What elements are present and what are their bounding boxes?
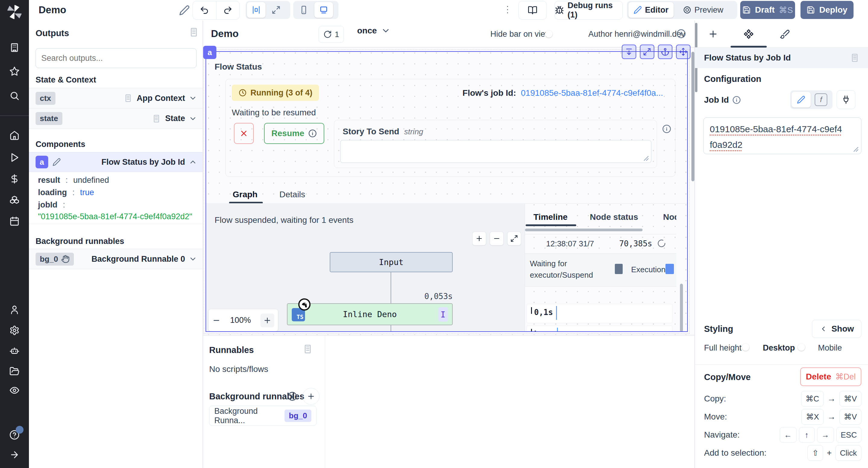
workspace-building-icon[interactable] (9, 42, 20, 53)
kbd-key: ↑ (799, 427, 815, 443)
top-header: Demo Debug runs (1) Editor (29, 0, 868, 21)
audit-eye-icon[interactable] (9, 385, 20, 395)
styling-title: Styling (704, 324, 733, 334)
chevron-down-icon[interactable] (189, 255, 197, 263)
debug-runs-button[interactable]: Debug runs (1) (555, 1, 623, 20)
rename-pencil-icon[interactable] (179, 5, 190, 16)
windmill-app-editor: Demo Debug runs (1) Editor (0, 0, 868, 468)
cancel-button[interactable] (234, 123, 254, 144)
component-tag-a[interactable]: a (203, 46, 216, 59)
workers-robot-icon[interactable] (9, 346, 20, 356)
state-doc-icon[interactable] (152, 114, 161, 123)
edit-pencil-icon[interactable] (53, 158, 61, 166)
chevron-up-icon[interactable] (189, 158, 197, 166)
running-status-badge: Running (3 of 4) (232, 85, 319, 101)
info-icon[interactable] (662, 124, 671, 133)
info-icon[interactable] (733, 96, 741, 104)
flow-status-component[interactable]: Flow Status Running (3 of 4) Flow's job … (206, 51, 688, 332)
graph-node-inline-deno[interactable]: Inline Deno TS I (287, 303, 453, 325)
redo-button[interactable] (216, 5, 240, 15)
schedules-calendar-icon[interactable] (9, 216, 20, 227)
chevron-down-icon[interactable] (189, 114, 197, 123)
component-inner-scrollbar[interactable] (680, 284, 683, 332)
variables-dollar-icon[interactable] (9, 174, 20, 184)
component-settings-icon[interactable] (740, 27, 758, 41)
undo-button[interactable] (193, 1, 216, 19)
chevron-down-icon[interactable] (189, 94, 197, 102)
tab-timeline[interactable]: Timeline (533, 212, 567, 222)
docs-book-button[interactable] (518, 1, 547, 20)
outputs-sidebar: Outputs State & Context ctx App Context … (29, 21, 203, 468)
tab-details[interactable]: Details (279, 190, 305, 199)
panel-doc-icon[interactable] (850, 53, 860, 63)
search-outputs-input[interactable] (36, 48, 196, 68)
delete-button[interactable]: Delete ⌘Del (800, 367, 861, 386)
save-icon (742, 6, 751, 14)
tab-node-status[interactable]: Node status (590, 212, 638, 222)
users-person-icon[interactable] (9, 305, 20, 315)
job-id-label: Flow's job Id: (463, 88, 516, 98)
resources-boxes-icon[interactable] (9, 195, 20, 205)
graph-zoom-in-button[interactable] (472, 232, 486, 245)
tab-node-def[interactable]: Node (663, 212, 676, 222)
outputs-doc-icon[interactable] (189, 27, 199, 37)
folders-icon[interactable] (9, 366, 20, 376)
styling-show-button[interactable]: Show (812, 320, 861, 338)
ctx-badge: ctx (36, 92, 56, 105)
styling-brush-icon[interactable] (776, 27, 794, 41)
home-icon[interactable] (9, 130, 20, 140)
connect-plug-button[interactable] (837, 90, 855, 109)
zoom-in-icon[interactable] (260, 313, 274, 327)
resize-handle-icon[interactable] (853, 147, 859, 152)
bg-runnable-item[interactable]: Background Runna... bg_0 (209, 406, 316, 426)
more-options-kebab-icon[interactable] (502, 4, 513, 15)
zoom-out-icon[interactable] (212, 316, 221, 325)
resume-button[interactable]: Resume (264, 123, 324, 144)
deploy-button[interactable]: Deploy (801, 1, 854, 19)
bg-runnable-row[interactable]: bg_0 Background Runnable 0 (29, 249, 203, 269)
runnables-doc-icon[interactable] (303, 344, 313, 354)
settings-gear-icon[interactable] (9, 325, 20, 335)
info-icon[interactable] (287, 392, 297, 401)
story-textarea[interactable] (340, 140, 651, 163)
fullwidth-layout-button[interactable] (267, 5, 285, 14)
preview-eye-icon (683, 6, 691, 14)
desktop-view-button[interactable] (314, 2, 333, 18)
state-row[interactable]: state State (29, 108, 203, 129)
draft-button[interactable]: Draft ⌘S (740, 1, 795, 19)
graph-fit-button[interactable] (507, 232, 521, 245)
bg-runnable-item-label: Background Runna... (214, 407, 280, 425)
graph-zoom-out-button[interactable] (490, 232, 504, 245)
ctx-row[interactable]: ctx App Context (29, 88, 203, 108)
insert-component-plus-icon[interactable] (704, 27, 722, 41)
prop-sep: : (66, 175, 68, 185)
ctx-doc-icon[interactable] (124, 94, 133, 103)
timeline-tabs-scrollbar[interactable] (525, 229, 643, 231)
fx-expression-button[interactable]: f (812, 93, 830, 106)
schedule-dropdown[interactable]: once (357, 26, 391, 36)
windmill-logo-icon[interactable] (6, 4, 23, 21)
tab-graph[interactable]: Graph (233, 190, 257, 199)
graph-node-input[interactable]: Input (330, 252, 453, 272)
runs-play-icon[interactable] (9, 153, 20, 163)
draft-label: Draft (755, 5, 775, 15)
search-icon[interactable] (9, 91, 20, 101)
favorites-star-icon[interactable] (9, 66, 20, 76)
resize-handle-icon[interactable] (644, 156, 649, 161)
collapse-arrow-right-icon[interactable] (9, 449, 20, 460)
tab-editor[interactable]: Editor (628, 2, 674, 18)
tab-preview[interactable]: Preview (675, 5, 731, 15)
shortcut-label: Add to selection: (704, 448, 767, 458)
job-id-textarea[interactable]: 0191085e-5baa-81ef-4774-c9ef4f0a92d2 (704, 118, 861, 154)
job-id-link[interactable]: 0191085e-5baa-81ef-4774-c9ef4f0a... (521, 88, 663, 98)
flow-graph-region[interactable]: Flow suspended, waiting for 1 events Inp… (206, 204, 525, 332)
mobile-view-button[interactable] (294, 5, 313, 14)
static-input-pencil-button[interactable] (792, 92, 811, 107)
canvas-vertical-scrollbar[interactable] (691, 52, 694, 181)
refresh-counter-button[interactable]: 1 (318, 26, 344, 43)
component-row-a[interactable]: a Flow Status by Job Id (29, 152, 203, 172)
add-bg-runnable-button[interactable] (303, 388, 319, 405)
ctx-label: App Context (137, 94, 185, 103)
author-info-icon[interactable] (676, 29, 686, 38)
centered-layout-button[interactable] (247, 2, 266, 18)
